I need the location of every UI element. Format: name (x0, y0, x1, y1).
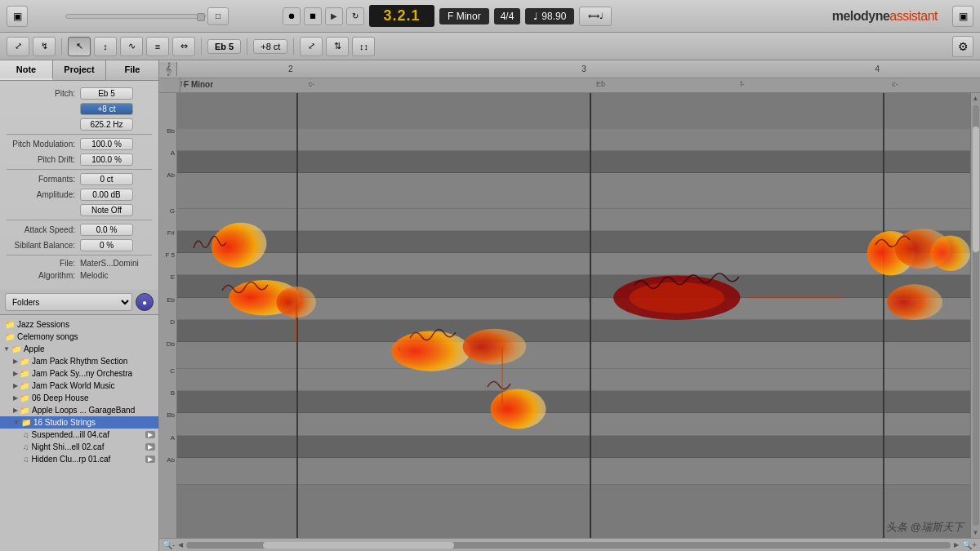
scroll-up-arrow[interactable]: ▲ (971, 93, 980, 104)
key-display[interactable]: F Minor (439, 8, 489, 24)
file-label: Hidden Clu...rp 01.caf (32, 455, 111, 464)
folders-select[interactable]: Folders (5, 293, 132, 311)
zoom-plus-icon[interactable]: 🔍+ (962, 540, 977, 549)
tree-item-apple[interactable]: ▼📁Apple (0, 343, 158, 355)
file-icon: ♫ (23, 442, 29, 451)
tree-item-file2[interactable]: ♫Night Shi...ell 02.caf▶ (0, 441, 158, 453)
pitch-drift-row: Pitch Drift: 100.0 % (7, 153, 152, 166)
tool-time[interactable]: ⇔ (172, 37, 195, 56)
tree-item-file3[interactable]: ♫Hidden Clu...rp 01.caf▶ (0, 453, 158, 465)
settings-btn[interactable]: ⚙ (952, 36, 973, 57)
tree-item-jazz[interactable]: 📁Jazz Sessions (0, 318, 158, 331)
folder-label: Jam Pack Sy...ny Orchestra (32, 369, 132, 378)
transport-controls: ⏺ ⏹ ▶ ↻ (283, 7, 364, 25)
toolbar-sep-4 (293, 38, 294, 55)
pitch-drift-value: 100.0 % (80, 153, 133, 166)
attack-label: Attack Speed: (7, 225, 80, 234)
sidebar-left-btn[interactable]: ▣ (7, 6, 28, 27)
tool-wave[interactable]: ∿ (120, 37, 143, 56)
properties-panel: Pitch: Eb 5 +8 ct 625.2 Hz Pitch Modulat… (0, 81, 158, 290)
pitch-badge: Eb 5 (207, 39, 241, 54)
divider-3 (7, 220, 152, 220)
tree-arrow: ▼ (13, 419, 20, 426)
formants-value: 0 ct (80, 173, 133, 185)
play-btn[interactable]: ▶ (325, 7, 343, 25)
tree-item-jam-sy[interactable]: ▶📁Jam Pack Sy...ny Orchestra (0, 367, 158, 380)
pitch-row: Pitch: Eb 5 (7, 87, 152, 100)
tool-time-snap[interactable]: ⇅ (326, 37, 349, 56)
scroll-down-arrow[interactable]: ▼ (971, 527, 980, 538)
pitch-label: Pitch: (7, 89, 80, 98)
vscroll-track[interactable] (973, 105, 979, 526)
loop-region-btn[interactable]: □ (207, 7, 229, 25)
piano-key-label-Bb: Bb (167, 128, 175, 135)
tab-file[interactable]: File (106, 60, 158, 80)
cents-value: +8 ct (80, 103, 133, 115)
folder-label: Jam Pack Rhythm Section (32, 357, 127, 366)
tool-pointer[interactable]: ↖ (68, 37, 91, 56)
position-display: 3.2.1 (369, 5, 434, 27)
left-panel: Note Project File Pitch: Eb 5 +8 ct 625.… (0, 60, 159, 551)
stop-btn[interactable]: ⏹ (304, 7, 322, 25)
folder-label: Celemony songs (17, 332, 78, 341)
top-toolbar: ▣ □ ⏺ ⏹ ▶ ↻ 3.2.1 F Minor 4/4 ♩ 98.90 ⟺♩… (0, 0, 980, 33)
note-editing-area[interactable] (177, 93, 970, 538)
hscroll-thumb[interactable] (263, 542, 454, 549)
tree-item-jam-world[interactable]: ▶📁Jam Pack World Music (0, 380, 158, 392)
folder-label: 16 Studio Strings (33, 418, 96, 427)
folder-label: Apple Loops ... GarageBand (32, 406, 135, 415)
folders-action-btn[interactable]: ● (136, 293, 154, 311)
mode-btn-1[interactable]: ⤢ (7, 37, 29, 56)
cycle-btn[interactable]: ↻ (346, 7, 364, 25)
piano-key-label-Ab: Ab (167, 457, 175, 464)
hscroll-track[interactable] (186, 542, 951, 549)
piano-key-label-Bb: Bb (167, 412, 175, 419)
tab-project[interactable]: Project (53, 60, 106, 80)
time-sig-display[interactable]: 4/4 (494, 8, 521, 24)
tool-pitch-snap[interactable]: ⤢ (300, 37, 323, 56)
tool-formant[interactable]: ≡ (146, 37, 169, 56)
scroll-right-btn[interactable]: ▶ (954, 541, 959, 549)
record-btn[interactable]: ⏺ (283, 7, 301, 25)
piano-key-label-C: C (170, 368, 175, 375)
note-off-value: Note Off (80, 204, 133, 216)
sidebar-right-btn[interactable]: ▣ (952, 6, 973, 27)
tree-item-jam-rhythm[interactable]: ▶📁Jam Pack Rhythm Section (0, 355, 158, 367)
zoom-minus-icon[interactable]: 🔍- (163, 540, 175, 549)
piano-key-label-Db: Db (167, 341, 175, 348)
tempo-display: ♩ 98.90 (525, 8, 574, 24)
chord-eb: Eb (596, 80, 605, 88)
piano-key-label-F 5: F 5 (165, 252, 175, 259)
folder-label: 06 Deep House (32, 393, 89, 402)
tab-note[interactable]: Note (0, 60, 53, 80)
vscroll-thumb[interactable] (973, 127, 979, 253)
chord-c-2: c- (892, 80, 898, 88)
tree-item-studio-strings[interactable]: ▼📁16 Studio Strings (0, 416, 158, 429)
folder-icon: 📁 (21, 418, 31, 427)
bar-line-2 (296, 93, 298, 538)
pitch-drift-label: Pitch Drift: (7, 155, 80, 164)
playhead (590, 93, 591, 538)
piano-key-label-Eb: Eb (167, 297, 175, 304)
file-icon: ♫ (23, 455, 29, 464)
ct-badge: +8 ct (253, 39, 287, 54)
tool-pitch-up[interactable]: ↕ (94, 37, 117, 56)
file-play-btn[interactable]: ▶ (145, 431, 155, 438)
ruler-header: 𝄞 2 3 4 (159, 60, 980, 78)
scroll-left-btn[interactable]: ◀ (178, 541, 183, 549)
file-play-btn[interactable]: ▶ (145, 443, 155, 451)
mode-btn-2[interactable]: ↯ (33, 37, 56, 56)
tempo-value[interactable]: 98.90 (541, 11, 566, 22)
tool-amp[interactable]: ↕↕ (352, 37, 375, 56)
divider-4 (7, 255, 152, 256)
file-play-btn[interactable]: ▶ (145, 455, 155, 463)
tree-item-apple-loops[interactable]: ▶📁Apple Loops ... GarageBand (0, 404, 158, 416)
vertical-scrollbar[interactable]: ▲ ▼ (970, 93, 980, 538)
tree-item-deep-house[interactable]: ▶📁06 Deep House (0, 392, 158, 404)
folder-icon: 📁 (20, 406, 29, 415)
hz-value: 625.2 Hz (80, 118, 133, 131)
tree-item-celemony[interactable]: 📁Celemony songs (0, 331, 158, 343)
tree-item-file1[interactable]: ♫Suspended...ill 04.caf▶ (0, 429, 158, 441)
tuning-btn[interactable]: ⟺♩ (579, 7, 612, 26)
timeline-ruler: 2 3 4 (177, 60, 970, 78)
